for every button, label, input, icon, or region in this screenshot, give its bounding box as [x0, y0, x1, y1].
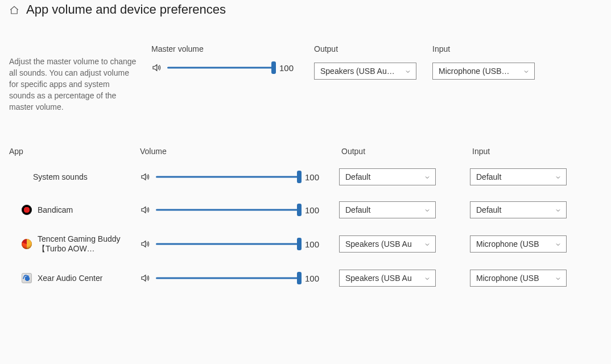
app-volume-slider[interactable]: [156, 239, 299, 249]
chevron-down-icon: [555, 275, 562, 282]
master-input-dropdown[interactable]: Microphone (USB…: [432, 63, 535, 80]
app-label: Tencent Gaming Buddy【Turbo AOW…: [38, 234, 123, 254]
col-input: Input: [470, 147, 584, 156]
page-title: App volume and device preferences: [26, 2, 226, 17]
app-volume-cell: 100: [140, 239, 322, 249]
master-output-column: Output Speakers (USB Au…: [314, 44, 416, 80]
app-volume-cell: 100: [140, 273, 322, 283]
app-volume-value: 100: [305, 274, 322, 283]
col-app: App: [9, 147, 123, 156]
app-name-cell: Bandicam: [9, 205, 123, 215]
chevron-down-icon: [404, 68, 411, 75]
chevron-down-icon: [523, 68, 530, 75]
master-input-value: Microphone (USB…: [439, 67, 519, 76]
tencent-icon: [22, 239, 32, 249]
app-name-cell: Tencent Gaming Buddy【Turbo AOW…: [9, 234, 123, 254]
master-output-value: Speakers (USB Au…: [320, 67, 401, 76]
chevron-down-icon: [424, 206, 431, 213]
app-input-value: Microphone (USB: [476, 274, 551, 283]
chevron-down-icon: [555, 241, 562, 247]
master-input-column: Input Microphone (USB…: [432, 44, 535, 80]
app-volume-slider[interactable]: [156, 273, 299, 283]
chevron-down-icon: [424, 241, 431, 247]
app-row: Tencent Gaming Buddy【Turbo AOW…100Speake…: [9, 226, 602, 262]
master-volume-value: 100: [279, 63, 296, 73]
chevron-down-icon: [555, 206, 562, 213]
speaker-icon[interactable]: [140, 172, 150, 182]
app-volume-value: 100: [305, 205, 322, 215]
master-output-dropdown[interactable]: Speakers (USB Au…: [314, 63, 416, 80]
app-section-header: App Volume Output Input: [9, 147, 602, 156]
master-volume-column: Master volume 100: [151, 44, 296, 73]
app-label: Bandicam: [38, 205, 73, 215]
app-volume-cell: 100: [140, 172, 322, 182]
app-volume-slider[interactable]: [156, 205, 299, 215]
app-input-value: Default: [476, 205, 551, 214]
app-volume-slider[interactable]: [156, 172, 299, 182]
app-input-value: Microphone (USB: [476, 239, 551, 249]
app-output-dropdown[interactable]: Default: [339, 201, 436, 218]
app-input-dropdown[interactable]: Microphone (USB: [470, 270, 567, 287]
master-output-label: Output: [314, 44, 416, 53]
app-name-cell: Xear Audio Center: [9, 273, 123, 283]
app-row: Bandicam100DefaultDefault: [9, 193, 602, 226]
col-volume: Volume: [140, 147, 322, 156]
xear-icon: [22, 273, 32, 283]
app-output-value: Default: [345, 172, 420, 181]
app-output-dropdown[interactable]: Default: [339, 168, 436, 185]
app-output-value: Default: [345, 205, 420, 214]
master-area: Adjust the master volume to change all s…: [0, 22, 611, 147]
app-output-value: Speakers (USB Au: [345, 274, 420, 283]
app-label: System sounds: [33, 172, 88, 182]
speaker-icon[interactable]: [140, 239, 150, 249]
app-input-dropdown[interactable]: Default: [470, 168, 567, 185]
app-name-cell: System sounds: [9, 172, 123, 182]
app-label: Xear Audio Center: [38, 274, 102, 283]
app-output-dropdown[interactable]: Speakers (USB Au: [339, 270, 436, 287]
app-input-dropdown[interactable]: Microphone (USB: [470, 235, 567, 253]
master-input-label: Input: [432, 44, 535, 53]
speaker-icon[interactable]: [140, 273, 150, 283]
speaker-icon[interactable]: [140, 205, 150, 215]
app-volume-value: 100: [305, 239, 322, 249]
bandicam-icon: [22, 205, 32, 215]
home-icon[interactable]: [9, 5, 19, 15]
app-output-dropdown[interactable]: Speakers (USB Au: [339, 235, 436, 253]
app-input-dropdown[interactable]: Default: [470, 201, 567, 218]
page-header: App volume and device preferences: [0, 0, 611, 22]
app-input-value: Default: [476, 172, 551, 181]
app-row: Xear Audio Center100Speakers (USB AuMicr…: [9, 262, 602, 295]
col-output: Output: [339, 147, 453, 156]
app-volume-value: 100: [305, 172, 322, 182]
chevron-down-icon: [424, 275, 431, 282]
chevron-down-icon: [424, 173, 431, 180]
app-section: App Volume Output Input System sounds100…: [0, 147, 611, 306]
master-volume-label: Master volume: [151, 44, 296, 53]
app-volume-cell: 100: [140, 205, 322, 215]
master-description: Adjust the master volume to change all s…: [9, 56, 137, 113]
app-row: System sounds100DefaultDefault: [9, 160, 602, 193]
master-volume-slider[interactable]: [167, 63, 274, 73]
speaker-icon[interactable]: [151, 63, 162, 73]
chevron-down-icon: [555, 173, 562, 180]
app-output-value: Speakers (USB Au: [345, 239, 420, 249]
